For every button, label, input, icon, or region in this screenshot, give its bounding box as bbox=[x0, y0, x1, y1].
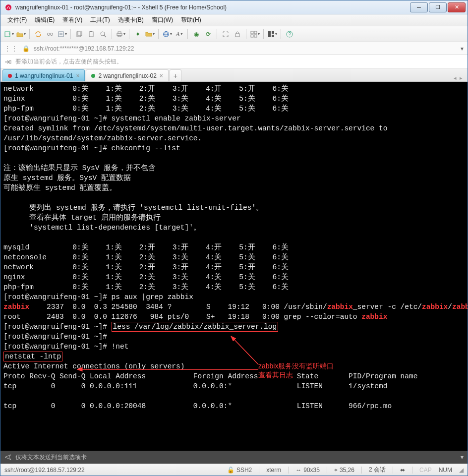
menu-view[interactable]: 查看(V) bbox=[58, 14, 86, 26]
term-line: network 0:关 1:关 2:开 3:开 4:开 5:开 6:关 bbox=[3, 85, 289, 93]
open-button[interactable]: ▾ bbox=[15, 29, 26, 40]
term-line: [root@wangruifeng-01 ~]# systemctl enabl… bbox=[3, 115, 241, 122]
window-title: wangruifenglinux-01 - root@wangruifeng-0… bbox=[15, 4, 409, 11]
svg-rect-24 bbox=[254, 35, 257, 37]
address-grip-icon[interactable]: ⋮⋮ bbox=[4, 45, 18, 52]
term-zabbix: zabbix bbox=[452, 303, 468, 311]
tab-status-icon bbox=[8, 74, 12, 78]
script-button[interactable]: ◉ bbox=[191, 29, 202, 40]
term-line: nginx 0:关 1:关 2:关 3:关 4:关 5:关 6:关 bbox=[3, 95, 289, 103]
term-line: Created symlink from /etc/systemd/system… bbox=[3, 124, 392, 142]
menu-edit[interactable]: 编辑(E) bbox=[31, 14, 58, 26]
hint-text: 要添加当前会话，点击左侧的箭头按钮。 bbox=[15, 58, 122, 66]
history-dropdown-icon[interactable]: ▾ bbox=[461, 45, 464, 52]
term-zabbix: zabbix bbox=[327, 303, 353, 311]
separator bbox=[246, 29, 246, 39]
svg-point-12 bbox=[101, 32, 105, 36]
svg-text:+: + bbox=[8, 31, 11, 37]
script-run-button[interactable]: ⟳ bbox=[203, 29, 214, 40]
svg-rect-26 bbox=[272, 31, 274, 34]
compose-dropdown-icon[interactable]: ▾ bbox=[461, 454, 464, 461]
paste-button[interactable] bbox=[86, 29, 97, 40]
help-button[interactable]: ? bbox=[284, 29, 295, 40]
resize-grip-icon[interactable]: ◢ bbox=[459, 467, 464, 474]
term-line: php-fpm 0:关 1:关 2:关 3:关 4:关 5:关 6:关 bbox=[3, 105, 289, 113]
separator bbox=[281, 29, 281, 39]
status-cap: CAP bbox=[419, 467, 432, 474]
terminal[interactable]: network 0:关 1:关 2:开 3:开 4:开 5:开 6:关 ngin… bbox=[0, 82, 468, 451]
print-button[interactable]: ▾ bbox=[115, 29, 126, 40]
status-term: xterm bbox=[266, 467, 281, 474]
maximize-button[interactable]: ☐ bbox=[429, 2, 447, 12]
term-line: / bbox=[448, 303, 452, 311]
compose-hint[interactable]: 仅将文本发送到当前选项卡 bbox=[15, 453, 87, 462]
tab-add-button[interactable]: + bbox=[170, 69, 181, 81]
svg-rect-15 bbox=[118, 32, 121, 33]
transfer-button[interactable]: ▾ bbox=[144, 29, 155, 40]
term-line: tcp 0 0 0.0.0.0:111 0.0.0.0:* LISTEN 1/s… bbox=[3, 382, 387, 390]
svg-rect-10 bbox=[89, 32, 93, 37]
svg-rect-23 bbox=[251, 35, 253, 37]
properties-button[interactable]: ▾ bbox=[57, 29, 67, 40]
status-num: NUM bbox=[439, 467, 452, 474]
tab-session-1[interactable]: 1 wangruifenglinux-01 × bbox=[2, 69, 85, 81]
separator bbox=[29, 29, 30, 39]
layout-button[interactable]: ▾ bbox=[267, 29, 278, 40]
close-button[interactable]: ✕ bbox=[448, 2, 466, 12]
term-line: network 0:关 1:关 2:开 3:开 4:开 5:开 6:关 bbox=[3, 263, 289, 271]
menu-file[interactable]: 文件(F) bbox=[3, 14, 31, 26]
tab-scroll-arrows[interactable]: ◂▸ bbox=[454, 75, 466, 81]
address-text[interactable]: ssh://root:********@192.168.57.129:22 bbox=[34, 45, 134, 52]
chevron-left-icon[interactable]: ◂ bbox=[454, 75, 457, 81]
term-line: 原生 systemd 服务。SysV 配置数据 bbox=[3, 174, 131, 182]
status-bar: ssh://root@192.168.57.129:22 🔓SSH2 xterm… bbox=[0, 464, 468, 476]
menu-window[interactable]: 窗口(W) bbox=[148, 14, 177, 26]
tab-status-icon bbox=[91, 74, 95, 78]
tab-label: 1 wangruifenglinux-01 bbox=[15, 72, 73, 79]
separator bbox=[158, 29, 159, 39]
tab-close-icon[interactable]: × bbox=[160, 72, 163, 79]
window-titlebar: wangruifenglinux-01 - root@wangruifeng-0… bbox=[0, 0, 468, 14]
font-button[interactable]: A▾ bbox=[174, 29, 184, 40]
find-button[interactable] bbox=[98, 29, 109, 40]
term-line: 2337 0.0 0.3 254580 3484 ? S 19:12 0:00 … bbox=[29, 303, 327, 311]
cursor-icon: ⌖ bbox=[334, 467, 338, 474]
xftp-button[interactable]: ✦ bbox=[132, 29, 143, 40]
term-line: nginx 0:关 1:关 2:关 3:关 4:关 5:关 6:关 bbox=[3, 273, 289, 281]
send-icon[interactable] bbox=[4, 454, 11, 461]
resize-icon: ↔ bbox=[295, 467, 301, 474]
tab-close-icon[interactable]: × bbox=[76, 72, 79, 79]
fullscreen-button[interactable] bbox=[220, 29, 231, 40]
minimize-button[interactable]: ─ bbox=[410, 2, 428, 12]
lock-button[interactable] bbox=[232, 29, 243, 40]
copy-button[interactable] bbox=[74, 29, 85, 40]
term-line: [root@wangruifeng-01 ~]# ps aux |grep za… bbox=[3, 293, 193, 301]
lock-icon: 🔒 bbox=[22, 45, 30, 52]
arrow-add-icon[interactable] bbox=[4, 59, 11, 65]
menu-bar: 文件(F) 编辑(E) 查看(V) 工具(T) 选项卡(B) 窗口(W) 帮助(… bbox=[0, 14, 468, 26]
tab-session-2[interactable]: 2 wangrufienglinux-02 × bbox=[86, 69, 168, 81]
svg-rect-25 bbox=[268, 31, 271, 37]
term-zabbix: zabbix bbox=[361, 313, 387, 321]
status-size: ↔90x35 bbox=[295, 467, 320, 474]
status-sessions: 2 会话 bbox=[369, 466, 386, 474]
term-line: php-fpm 0:关 1:关 2:关 3:关 4:关 5:关 6:关 bbox=[3, 283, 289, 291]
status-ssh: 🔓SSH2 bbox=[227, 467, 252, 474]
highlighted-command-less: less /var/log/zabbix/zabbix_server.log bbox=[112, 322, 279, 332]
globe-button[interactable]: ▾ bbox=[162, 29, 173, 40]
term-line: Proto Recv-Q Send-Q Local Address Foreig… bbox=[3, 372, 417, 380]
new-session-button[interactable]: +▾ bbox=[3, 29, 14, 40]
term-line: mysqld 0:关 1:关 2:开 3:开 4:开 5:开 6:关 bbox=[3, 243, 289, 251]
menu-help[interactable]: 帮助(H) bbox=[177, 14, 205, 26]
svg-rect-22 bbox=[254, 31, 257, 34]
menu-tools[interactable]: 工具(T) bbox=[86, 14, 114, 26]
svg-rect-20 bbox=[235, 34, 239, 37]
menu-tabs[interactable]: 选项卡(B) bbox=[114, 14, 148, 26]
chevron-right-icon[interactable]: ▸ bbox=[460, 75, 463, 81]
svg-rect-21 bbox=[251, 31, 253, 34]
toolbar: +▾ ▾ ▾ ▾ ✦ ▾ ▾ A▾ ◉ ⟳ ▾ ▾ ? bbox=[0, 26, 468, 42]
svg-point-0 bbox=[5, 4, 11, 10]
tile-button[interactable]: ▾ bbox=[249, 29, 260, 40]
disconnect-button[interactable] bbox=[45, 29, 56, 40]
reconnect-button[interactable] bbox=[33, 29, 44, 40]
